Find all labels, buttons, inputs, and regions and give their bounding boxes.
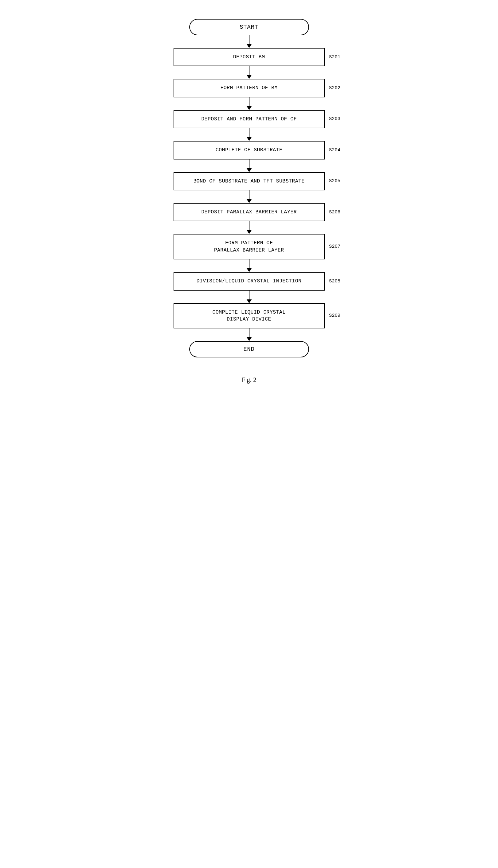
arrow-line-0 [249, 35, 249, 44]
arrow-line-3 [249, 128, 249, 137]
arrow-6 [247, 221, 252, 234]
s204-label: S204 [329, 147, 340, 153]
s208-box: DIVISION/LIQUID CRYSTAL INJECTION [173, 272, 325, 290]
arrow-head-7 [247, 268, 252, 272]
s201-label: S201 [329, 54, 340, 60]
arrow-line-2 [249, 98, 249, 106]
s201-row: DEPOSIT BM S201 [139, 48, 359, 66]
s208-row: DIVISION/LIQUID CRYSTAL INJECTION S208 [139, 272, 359, 290]
arrow-head-8 [247, 299, 252, 303]
start-label: START [240, 24, 258, 30]
arrow-head-1 [247, 75, 252, 79]
s203-box: DEPOSIT AND FORM PATTERN OF CF [173, 110, 325, 128]
s202-box: FORM PATTERN OF BM [173, 79, 325, 97]
s207-label: S207 [329, 244, 340, 249]
arrow-head-6 [247, 230, 252, 234]
s207-text: FORM PATTERN OFPARALLAX BARRIER LAYER [214, 240, 284, 253]
page-container: START DEPOSIT BM S201 FORM PATTERN OF BM… [139, 13, 359, 384]
figure-label: Fig. 2 [241, 376, 257, 384]
arrow-5 [247, 190, 252, 203]
s205-label: S205 [329, 178, 340, 184]
s209-label: S209 [329, 313, 340, 318]
arrow-1 [247, 66, 252, 79]
start-row: START [139, 19, 359, 35]
s209-row: COMPLETE LIQUID CRYSTALDISPLAY DEVICE S2… [139, 303, 359, 329]
s204-text: COMPLETE CF SUBSTRATE [215, 147, 282, 153]
s204-row: COMPLETE CF SUBSTRATE S204 [139, 141, 359, 159]
arrow-head-5 [247, 199, 252, 203]
s202-row: FORM PATTERN OF BM S202 [139, 79, 359, 97]
arrow-line-4 [249, 159, 249, 168]
arrow-8 [247, 290, 252, 303]
s203-text: DEPOSIT AND FORM PATTERN OF CF [201, 116, 297, 122]
arrow-line-7 [249, 259, 249, 268]
s202-text: FORM PATTERN OF BM [221, 85, 278, 91]
s209-text: COMPLETE LIQUID CRYSTALDISPLAY DEVICE [212, 310, 285, 322]
s205-row: BOND CF SUBSTRATE AND TFT SUBSTRATE S205 [139, 172, 359, 190]
arrow-3 [247, 128, 252, 141]
start-terminal: START [189, 19, 309, 35]
end-terminal: END [189, 341, 309, 358]
s206-text: DEPOSIT PARALLAX BARRIER LAYER [201, 209, 297, 215]
arrow-line-9 [249, 328, 249, 337]
s206-box: DEPOSIT PARALLAX BARRIER LAYER [173, 203, 325, 221]
s201-box: DEPOSIT BM [173, 48, 325, 66]
arrow-4 [247, 159, 252, 172]
arrow-head-0 [247, 44, 252, 48]
arrow-head-2 [247, 106, 252, 110]
flowchart: START DEPOSIT BM S201 FORM PATTERN OF BM… [139, 13, 359, 364]
end-label: END [244, 346, 254, 352]
s203-label: S203 [329, 116, 340, 122]
arrow-head-9 [247, 337, 252, 341]
arrow-7 [247, 259, 252, 272]
arrow-head-3 [247, 137, 252, 141]
arrow-line-8 [249, 290, 249, 299]
s206-row: DEPOSIT PARALLAX BARRIER LAYER S206 [139, 203, 359, 221]
s205-text: BOND CF SUBSTRATE AND TFT SUBSTRATE [193, 178, 305, 184]
s208-label: S208 [329, 278, 340, 284]
arrow-2 [247, 98, 252, 110]
s207-box: FORM PATTERN OFPARALLAX BARRIER LAYER [173, 234, 325, 259]
s206-label: S206 [329, 210, 340, 215]
s208-text: DIVISION/LIQUID CRYSTAL INJECTION [197, 278, 301, 284]
s209-box: COMPLETE LIQUID CRYSTALDISPLAY DEVICE [173, 303, 325, 329]
s205-box: BOND CF SUBSTRATE AND TFT SUBSTRATE [173, 172, 325, 190]
end-row: END [139, 341, 359, 358]
s203-row: DEPOSIT AND FORM PATTERN OF CF S203 [139, 110, 359, 128]
arrow-line-1 [249, 66, 249, 75]
s207-row: FORM PATTERN OFPARALLAX BARRIER LAYER S2… [139, 234, 359, 259]
arrow-9 [247, 328, 252, 341]
s204-box: COMPLETE CF SUBSTRATE [173, 141, 325, 159]
arrow-line-5 [249, 190, 249, 199]
arrow-0 [247, 35, 252, 48]
s201-text: DEPOSIT BM [233, 54, 265, 60]
arrow-head-4 [247, 168, 252, 172]
s202-label: S202 [329, 86, 340, 91]
arrow-line-6 [249, 221, 249, 230]
